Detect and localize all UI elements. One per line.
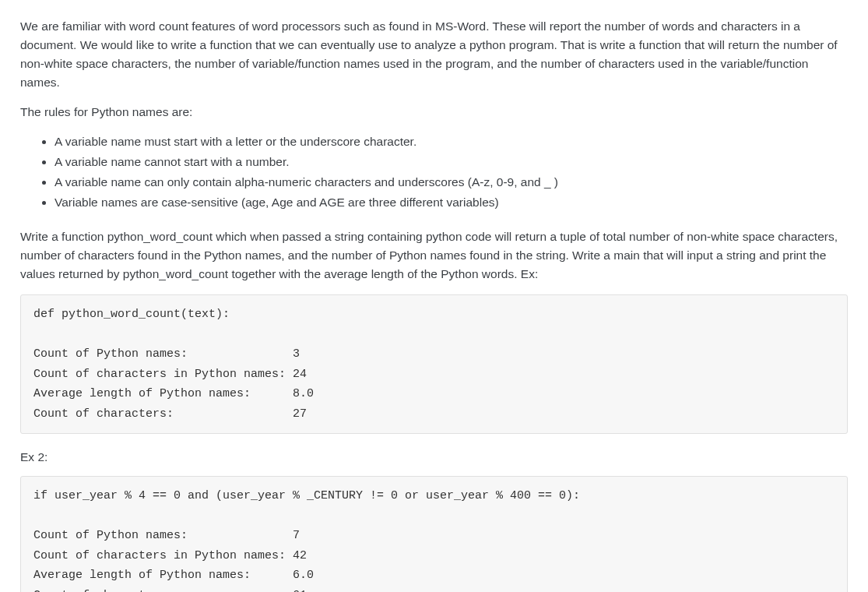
task-paragraph: Write a function python_word_count which… xyxy=(20,227,848,284)
rule-item: A variable name must start with a letter… xyxy=(54,132,848,151)
rules-heading: The rules for Python names are: xyxy=(20,103,848,122)
example-2-code: if user_year % 4 == 0 and (user_year % _… xyxy=(20,476,848,592)
intro-paragraph: We are familiar with word count features… xyxy=(20,17,848,92)
rule-item: A variable name can only contain alpha-n… xyxy=(54,173,848,192)
rule-item: A variable name cannot start with a numb… xyxy=(54,153,848,171)
rules-list: A variable name must start with a letter… xyxy=(20,132,848,212)
rule-item: Variable names are case-sensitive (age, … xyxy=(54,193,848,212)
example-2-label: Ex 2: xyxy=(20,448,848,467)
example-1-code: def python_word_count(text): Count of Py… xyxy=(20,294,848,434)
